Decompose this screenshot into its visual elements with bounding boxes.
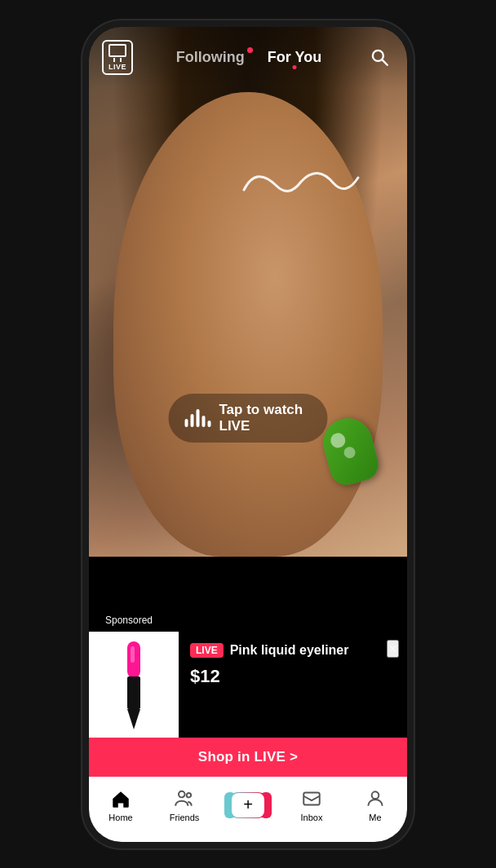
- product-card: LIVE Pink liquid eyeliner $12 ×: [89, 632, 407, 738]
- tab-following[interactable]: Following: [176, 49, 245, 66]
- tap-to-watch-text: Tap to watch LIVE: [219, 402, 312, 434]
- svg-rect-5: [131, 646, 135, 663]
- plus-inner: +: [232, 793, 264, 817]
- svg-rect-8: [303, 792, 320, 804]
- product-title-row: LIVE Pink liquid eyeliner: [190, 643, 396, 658]
- svg-line-1: [382, 59, 387, 64]
- live-badge[interactable]: LIVE: [102, 40, 133, 75]
- nav-tabs: Following For You: [176, 49, 321, 66]
- bars-icon: [185, 409, 211, 427]
- tab-for-you[interactable]: For You: [268, 49, 321, 66]
- shop-button[interactable]: Shop in LIVE >: [89, 738, 407, 777]
- svg-rect-3: [127, 676, 140, 709]
- tap-to-watch-overlay[interactable]: Tap to watch LIVE: [169, 394, 328, 443]
- svg-marker-4: [127, 709, 140, 729]
- nav-label-me: Me: [369, 813, 381, 822]
- sponsored-badge: Sponsored: [99, 612, 159, 628]
- close-button[interactable]: ×: [387, 640, 399, 658]
- product-section: Sponsored: [89, 612, 407, 777]
- live-pill: LIVE: [190, 643, 224, 658]
- screen: LIVE Following For You: [89, 27, 407, 842]
- person-icon: [365, 788, 386, 809]
- phone-frame: LIVE Following For You: [89, 27, 407, 842]
- create-button[interactable]: +: [229, 792, 267, 818]
- product-price: $12: [190, 666, 396, 687]
- nav-label-inbox: Inbox: [301, 813, 323, 822]
- tv-icon: [108, 44, 126, 62]
- home-icon: [110, 788, 131, 809]
- svg-point-9: [372, 791, 379, 799]
- product-image: [89, 632, 179, 738]
- nav-item-inbox[interactable]: Inbox: [287, 788, 336, 822]
- inbox-icon: [301, 788, 322, 809]
- search-icon: [369, 46, 390, 68]
- nav-item-friends[interactable]: Friends: [160, 788, 209, 822]
- video-background[interactable]: [89, 27, 407, 557]
- search-button[interactable]: [365, 42, 394, 72]
- top-nav: LIVE Following For You: [89, 27, 407, 88]
- bottom-nav: Home Friends +: [89, 777, 407, 842]
- svg-point-7: [187, 792, 191, 796]
- product-name: Pink liquid eyeliner: [230, 643, 349, 658]
- nav-label-friends: Friends: [170, 813, 200, 822]
- friends-icon: [174, 788, 195, 809]
- eyeliner-illustration: [109, 640, 158, 729]
- product-info: LIVE Pink liquid eyeliner $12 ×: [179, 632, 407, 738]
- nav-item-create[interactable]: +: [224, 792, 272, 818]
- nav-item-home[interactable]: Home: [96, 788, 145, 822]
- svg-point-6: [179, 791, 185, 797]
- nav-item-me[interactable]: Me: [351, 788, 400, 822]
- nav-label-home: Home: [108, 813, 132, 822]
- live-badge-label: LIVE: [108, 63, 126, 71]
